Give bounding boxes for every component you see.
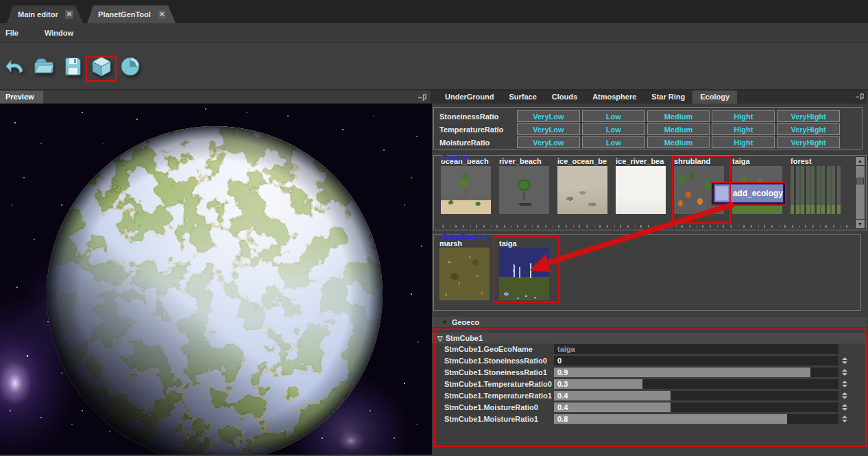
tab-main-editor[interactable]: Main editor ✕ [7, 5, 83, 23]
main-area: Preview [0, 91, 868, 455]
ocean-beach-thumbnail[interactable] [441, 166, 491, 214]
undo-icon [3, 56, 27, 77]
cube-icon [90, 55, 113, 78]
tab-planetgentool[interactable]: PlanetGenTool ✕ [87, 5, 176, 23]
stoneinessratio0-slider[interactable]: 0 [554, 356, 839, 365]
eco-item-ice-river[interactable]: ice_river_bea [616, 157, 666, 214]
temperature-low-button[interactable]: Low [582, 123, 645, 135]
moistureratio0-slider[interactable]: 0.4 [554, 403, 839, 412]
preview-tab[interactable]: Preview [0, 91, 43, 104]
window-tab-bar: Main editor ✕ PlanetGenTool ✕ [0, 0, 868, 23]
ecology-panel: UnderGround Surface Clouds Atmosphere St… [432, 91, 867, 455]
sphere-icon [119, 56, 142, 77]
panel-tab-bar: UnderGround Surface Clouds Atmosphere St… [432, 91, 867, 104]
planet-render [0, 104, 432, 455]
marsh-thumbnail[interactable] [439, 248, 490, 300]
ice-river-thumbnail[interactable] [616, 166, 666, 214]
save-floppy-icon [61, 56, 84, 77]
tab-underground[interactable]: UnderGround [437, 91, 502, 104]
moisture-medium-button[interactable]: Medium [647, 136, 710, 148]
menu-window[interactable]: Window [39, 29, 79, 37]
ice-ocean-thumbnail[interactable] [557, 166, 607, 214]
temperatureratio1-slider[interactable]: 0.4 [554, 391, 839, 400]
expand-arrow-icon[interactable]: ▽ [437, 335, 443, 342]
moisture-ratio-label: MoistureRatio [434, 139, 517, 147]
temperature-medium-button[interactable]: Medium [647, 123, 710, 135]
scroll-up-icon[interactable]: ▲ [855, 156, 865, 166]
eco-list-group: EcoList ocean_beach river_beach ice_ocea… [433, 155, 867, 230]
exist-taiga-thumbnail[interactable] [499, 248, 549, 300]
planet-sphere-button[interactable] [119, 54, 142, 79]
dock-pin-icon[interactable] [418, 93, 426, 101]
stoneinessratio1-slider[interactable]: 0.9 [554, 368, 839, 377]
tab-surface[interactable]: Surface [502, 91, 544, 104]
eco-list-scrollbar[interactable]: ▲ ▼ [855, 156, 865, 229]
forest-thumbnail[interactable] [791, 166, 841, 214]
spinner-stepper[interactable] [842, 403, 848, 412]
river-beach-thumbnail[interactable] [499, 166, 549, 214]
stmcube1-properties: StmCube1.GeoEcoName taiga StmCube1.Stone… [432, 344, 867, 424]
stoneiness-hight-button[interactable]: Hight [712, 110, 775, 122]
tab-ecology[interactable]: Ecology [692, 91, 737, 104]
spinner-stepper[interactable] [842, 356, 848, 365]
eco-item-ice-ocean[interactable]: ice_ocean_be [557, 157, 607, 214]
stoneinessratio0-row: StmCube1.StoneinessRatio0 0 [432, 356, 867, 365]
tab-star-ring[interactable]: Star Ring [644, 91, 692, 104]
spinner-stepper[interactable] [842, 379, 848, 389]
geoeconame-field[interactable]: taiga [554, 344, 839, 354]
temperatureratio0-row: StmCube1.TemperatureRatio0 0.3 [432, 379, 867, 389]
exist-item-taiga[interactable]: taiga [499, 239, 549, 300]
stoneiness-low-button[interactable]: Low [582, 110, 645, 122]
cube-tool-button[interactable] [90, 54, 113, 79]
moisture-hight-button[interactable]: Hight [712, 136, 775, 148]
stmcube1-header-label: StmCube1 [446, 334, 483, 342]
moisture-low-button[interactable]: Low [582, 136, 645, 148]
save-button[interactable] [61, 54, 84, 79]
spinner-stepper[interactable] [842, 368, 848, 377]
dock-pin-icon[interactable] [855, 93, 864, 101]
ratio-table: StoneinessRatio VeryLow Low Medium Hight… [433, 107, 863, 149]
moisture-ratio-row: MoistureRatio VeryLow Low Medium Hight V… [434, 136, 862, 148]
eco-item-river-beach[interactable]: river_beach [499, 157, 549, 214]
collapse-arrow-icon[interactable]: ▼ [442, 319, 448, 326]
spinner-stepper[interactable] [842, 414, 848, 424]
temperature-hight-button[interactable]: Hight [712, 123, 775, 135]
menu-file[interactable]: File [0, 29, 24, 37]
eco-item-forest[interactable]: forest [791, 157, 841, 214]
scroll-down-icon[interactable]: ▼ [855, 219, 865, 229]
moistureratio1-slider[interactable]: 0.8 [554, 414, 839, 424]
stmcube1-group-header[interactable]: ▽ StmCube1 [432, 333, 867, 344]
stoneiness-ratio-row: StoneinessRatio VeryLow Low Medium Hight… [434, 110, 862, 122]
eco-item-ocean-beach[interactable]: ocean_beach [441, 157, 491, 214]
geoeco-section-header[interactable]: ▼ Geoeco [432, 317, 867, 327]
clipped-next-row [442, 225, 849, 228]
undo-button[interactable] [3, 54, 27, 79]
tab-atmosphere[interactable]: Atmosphere [585, 91, 644, 104]
add-ecology-context-menu[interactable]: add_ecology [713, 183, 784, 204]
close-icon[interactable]: ✕ [65, 10, 73, 19]
moistureratio0-row: StmCube1.MoistureRatio0 0.4 [432, 403, 867, 412]
context-menu-selection-icon [715, 186, 729, 201]
spinner-stepper[interactable] [842, 391, 848, 400]
scrollbar-track[interactable] [855, 166, 865, 219]
planet-viewport[interactable] [0, 104, 432, 455]
add-ecology-menu-item[interactable]: add_ecology [733, 189, 783, 198]
temperatureratio0-slider[interactable]: 0.3 [554, 379, 839, 389]
stoneinessratio1-row: StmCube1.StoneinessRatio1 0.9 [432, 368, 867, 377]
tab-clouds[interactable]: Clouds [544, 91, 585, 104]
exist-eco-list-group: ExistEcoList marsh taiga [433, 234, 861, 311]
stoneiness-veryhight-button[interactable]: VeryHight [777, 110, 840, 122]
toolbar [0, 43, 868, 91]
exist-item-marsh[interactable]: marsh [439, 239, 490, 300]
open-folder-button[interactable] [32, 54, 56, 79]
stoneiness-verylow-button[interactable]: VeryLow [517, 110, 580, 122]
close-icon[interactable]: ✕ [158, 10, 166, 19]
scrollbar-thumb[interactable] [856, 178, 864, 184]
temperature-verylow-button[interactable]: VeryLow [517, 123, 580, 135]
moistureratio1-row: StmCube1.MoistureRatio1 0.8 [432, 414, 867, 424]
moisture-verylow-button[interactable]: VeryLow [517, 136, 580, 148]
stoneiness-medium-button[interactable]: Medium [647, 110, 710, 122]
temperature-veryhight-button[interactable]: VeryHight [777, 123, 840, 135]
exist-eco-list-title: ExistEcoList [442, 232, 487, 241]
moisture-veryhight-button[interactable]: VeryHight [777, 136, 840, 148]
